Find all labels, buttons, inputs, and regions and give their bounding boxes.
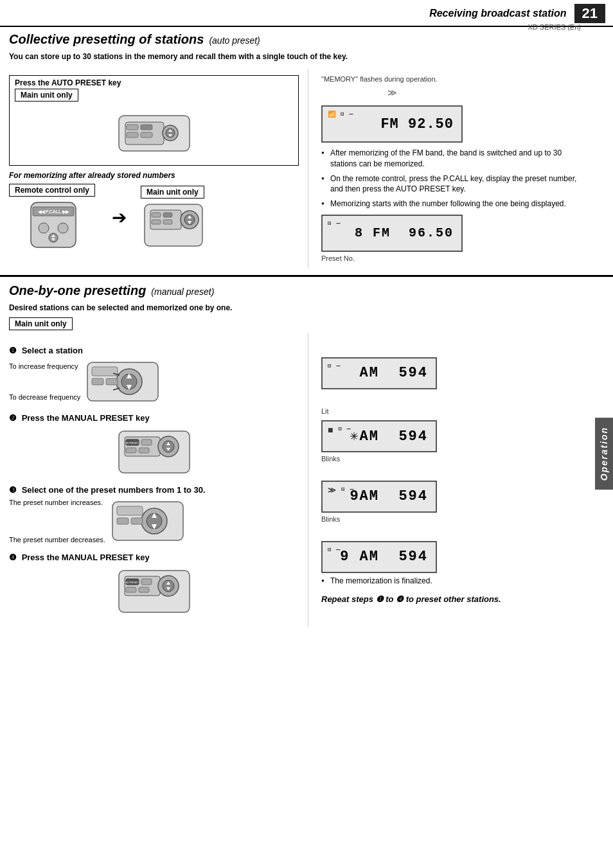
lcd-step1-icons: ⊟ —: [328, 362, 341, 369]
main-unit-tag-1: Main unit only: [15, 89, 78, 102]
antenna-s3: ⊟: [341, 486, 346, 495]
svg-rect-36: [106, 378, 118, 385]
lcd-step1-text: AM 594: [360, 365, 428, 381]
svg-rect-24: [152, 213, 161, 217]
lit-indicator: ■: [328, 425, 334, 436]
dash-s3: —: [350, 486, 355, 495]
remote-col: Remote control only ◀◀ P.CALL ▶▶: [9, 184, 98, 251]
bottom-section-title-sub: (manual preset): [151, 287, 214, 297]
svg-rect-8: [127, 132, 138, 137]
blink-arrows: ≫: [328, 486, 337, 495]
flash-arrows-svg: ≫: [373, 85, 411, 98]
step1-lcd-area: ⊟ — AM 594: [321, 357, 585, 389]
svg-rect-49: [139, 448, 149, 453]
top-left-col: Press the AUTO PRESET key Main unit only: [0, 69, 308, 269]
lcd-display-2: ⊟ — 8 FM 96.50: [321, 215, 463, 252]
svg-rect-27: [163, 220, 172, 224]
svg-rect-26: [152, 220, 161, 224]
series-label: XD SERIES (En): [528, 23, 581, 31]
bullet-list-top: After memorizing of the FM band, the ban…: [321, 148, 585, 209]
cassette-icon: ⊟: [341, 111, 345, 118]
dash-s1: —: [336, 362, 341, 369]
antenna-s4: ⊟: [328, 546, 332, 553]
svg-text:◀◀ P.CALL ▶▶: ◀◀ P.CALL ▶▶: [37, 209, 69, 214]
preset-no-label: Preset No.: [321, 254, 585, 262]
bullet2: On the remote control, press the P.CALL …: [321, 173, 585, 195]
step3-tuning-svg: [109, 499, 186, 544]
preset-increase-label: The preset number increases.: [9, 499, 105, 506]
step3-num: ❸: [9, 485, 17, 495]
page-number: 21: [574, 4, 605, 23]
svg-rect-56: [117, 518, 129, 524]
header-title: Receiving broadcast station: [429, 8, 566, 19]
freq-decrease-label: To decrease frequency: [9, 393, 80, 401]
step1-num: ❶: [9, 346, 17, 355]
lcd-step3: ≫ ⊟ — 9AM 594: [321, 481, 437, 513]
repeat-steps: Repeat steps ❶ to ❹ to preset other stat…: [321, 594, 585, 604]
auto-preset-label: Press the AUTO PRESET key: [15, 78, 293, 87]
top-right-col: "MEMORY" flashes during operation. ≫ 📶 ⊟…: [308, 69, 594, 269]
lcd-step4-icons: ⊟ —: [328, 546, 341, 553]
freq-labels: To increase frequency To decrease freque…: [9, 362, 80, 401]
blinks-label-2: Blinks: [321, 455, 585, 463]
lcd1-text: FM 92.50: [380, 116, 454, 132]
step4-finalized: The memorization is finalized.: [321, 576, 585, 587]
top-section-title: Collective presetting of stations: [9, 32, 204, 47]
lcd-step2: ■ ⊟ — ✳AM 594: [321, 420, 437, 452]
bullet1: After memorizing of the FM band, the ban…: [321, 148, 585, 170]
remote-tag: Remote control only: [9, 184, 95, 197]
main-unit-svg2: [141, 201, 206, 249]
step3-knob-area: The preset number increases. The preset …: [9, 499, 299, 544]
step4-unit-svg: M.PRESET: [116, 567, 193, 616]
step1-text: Select a station: [22, 346, 83, 355]
svg-rect-68: [139, 587, 149, 592]
step4-text: Press the MANUAL PRESET key: [22, 553, 150, 562]
top-section-body: Press the AUTO PRESET key Main unit only: [0, 69, 613, 269]
svg-rect-35: [92, 378, 103, 385]
page-header: Receiving broadcast station 21: [0, 0, 613, 27]
svg-text:M.PRESET: M.PRESET: [125, 581, 139, 584]
step3-text: Select one of the preset numbers from 1 …: [22, 485, 206, 495]
step2-num: ❷: [9, 413, 17, 423]
bottom-section-header: One-by-one presetting (manual preset) De…: [0, 281, 613, 333]
lcd1-container: ≫ 📶 ⊟ — FM 92.50: [321, 85, 585, 143]
dash-icon: —: [349, 111, 354, 118]
memorize-row: Remote control only ◀◀ P.CALL ▶▶: [9, 184, 299, 251]
step3-label: ❸ Select one of the preset numbers from …: [9, 485, 299, 495]
step1-label: ❶ Select a station: [9, 346, 299, 355]
antenna-icon: 📶: [328, 111, 337, 118]
antenna-icon2: ⊟: [328, 220, 332, 227]
lcd-display-1: 📶 ⊟ — FM 92.50: [321, 105, 463, 143]
auto-preset-box: Press the AUTO PRESET key Main unit only: [9, 75, 299, 166]
antenna-s2: ⊟: [338, 425, 342, 436]
svg-point-13: [39, 223, 49, 233]
step2-unit-svg: M.PRESET: [116, 428, 193, 476]
svg-rect-67: [126, 587, 136, 592]
svg-rect-34: [92, 367, 118, 376]
bullet3: Memorizing starts with the number follow…: [321, 199, 585, 209]
step2-illustration: M.PRESET: [9, 428, 299, 476]
svg-rect-9: [141, 132, 152, 137]
top-section-desc: You can store up to 30 stations in the m…: [9, 52, 604, 61]
blinks-label-3: Blinks: [321, 515, 585, 523]
arrow-icon: ➔: [112, 207, 127, 228]
bottom-section-title: One-by-one presetting: [9, 283, 146, 298]
bottom-left-col: ❶ Select a station To increase frequency…: [0, 333, 308, 627]
top-section-title-sub: (auto preset): [209, 35, 260, 46]
remote-svg: ◀◀ P.CALL ▶▶: [21, 199, 85, 251]
preset-labels: The preset number increases. The preset …: [9, 499, 105, 544]
main-unit-tag-bottom: Main unit only: [9, 317, 73, 330]
svg-rect-57: [131, 518, 143, 524]
step4-num: ❹: [9, 553, 17, 562]
bottom-right-col: ⊟ — AM 594 Lit ■ ⊟ — ✳AM 594 Blinks: [308, 333, 594, 627]
bottom-section-desc: Desired stations can be selected and mem…: [9, 303, 604, 312]
step4-illustration: M.PRESET: [9, 567, 299, 616]
step2-label: ❷ Press the MANUAL PRESET key: [9, 413, 299, 423]
svg-point-14: [58, 223, 68, 233]
lcd-step4: ⊟ — 9 AM 594: [321, 541, 437, 573]
lcd2-text: 8 FM 96.50: [355, 226, 454, 240]
step4-lcd-area: ⊟ — 9 AM 594 The memorization is finaliz…: [321, 541, 585, 587]
bottom-section-body: ❶ Select a station To increase frequency…: [0, 333, 613, 627]
svg-rect-47: [141, 439, 152, 445]
step4-label: ❹ Press the MANUAL PRESET key: [9, 553, 299, 562]
